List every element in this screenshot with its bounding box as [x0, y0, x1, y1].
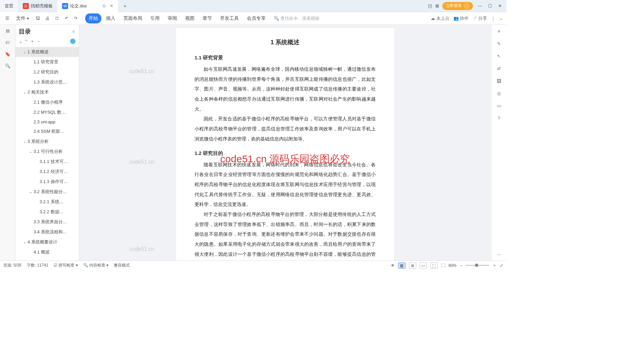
tab-document[interactable]: W 论文.doc ⧉ ✕ — [57, 0, 118, 12]
fit-icon[interactable]: ⛶ — [441, 263, 445, 268]
redo-icon[interactable]: ↷ — [72, 14, 79, 22]
ribbon-chapter[interactable]: 章节 — [199, 13, 215, 23]
image-icon[interactable]: 🖼 — [497, 78, 501, 83]
view-web-icon[interactable]: ▭ — [420, 263, 427, 269]
ribbon-reference[interactable]: 引用 — [147, 13, 163, 23]
print-icon[interactable]: 🖨 — [43, 14, 52, 22]
preview-icon[interactable]: 🗋 — [53, 14, 61, 22]
ribbon-insert[interactable]: 插入 — [103, 13, 119, 23]
outline-item[interactable]: 3.1.2 经济可… — [15, 167, 79, 177]
target-icon[interactable]: ◎ — [497, 91, 501, 96]
outline-item[interactable]: 3.2.1 系统… — [15, 197, 79, 207]
document-area[interactable]: code51.cn code51.cn code51.cn code51.cn … — [79, 25, 491, 261]
settings-icon[interactable]: ⇄ — [497, 66, 501, 71]
login-button[interactable]: 立即登录 — [442, 2, 473, 10]
reader-icon[interactable]: ▭ — [497, 103, 501, 108]
outline-item[interactable]: ⌄3.2 系统性能分… — [15, 187, 79, 197]
outline-item[interactable]: 3.1.3 操作可… — [15, 177, 79, 187]
add-heading-icon[interactable]: ＋ — [30, 38, 35, 44]
ribbon-devtools[interactable]: 开发工具 — [217, 13, 242, 23]
tab-close-icon[interactable]: ✕ — [110, 3, 113, 8]
share-button[interactable]: ↗ 分享 — [473, 15, 487, 21]
chevron-down-icon: ⌄ — [23, 239, 26, 244]
outline-settings-icon[interactable] — [70, 39, 75, 44]
cloud-status[interactable]: ☁ 未上云 — [431, 15, 449, 21]
file-menu[interactable]: 文件 ▾ — [13, 13, 32, 23]
outline-item[interactable]: 3.2.2 数据… — [15, 207, 79, 217]
outline-item-label: 2.1 微信小程序 — [34, 100, 63, 105]
outline-item[interactable]: 3.1.1 技术可… — [15, 157, 79, 167]
collapse-all-icon[interactable]: ⌄ — [19, 39, 22, 44]
status-right: 👁 ▦ ≣ ▭ ⬚ ⛶ 80% − ＋ ⤢ — [391, 263, 503, 269]
more-icon[interactable]: ⋮ — [491, 16, 495, 21]
outline-title: 目录 — [19, 27, 70, 36]
cursor-icon[interactable]: ↖ — [497, 54, 501, 59]
view-page-icon[interactable]: ▦ — [398, 263, 406, 269]
layout-toggle-icon[interactable]: ◫ — [428, 3, 432, 8]
status-compat[interactable]: 兼容模式 — [114, 263, 130, 268]
expand-all-icon[interactable]: ⌃ — [24, 39, 28, 44]
outline-item[interactable]: ⌄4 系统概要设计 — [15, 237, 79, 247]
fullscreen-icon[interactable]: ⤢ — [500, 263, 503, 268]
tab-home[interactable]: 首页 — [0, 0, 18, 12]
status-words[interactable]: 字数: 11741 — [27, 263, 48, 268]
outline-item[interactable]: 1.2 研究目的 — [15, 67, 79, 77]
tab-new[interactable]: ＋ — [118, 0, 132, 12]
bookmark-icon[interactable]: 🔖 — [5, 52, 10, 57]
ribbon-start[interactable]: 开始 — [85, 13, 101, 23]
status-contentcheck[interactable]: 🔍 内容检查 ▾ — [83, 263, 109, 268]
maximize-icon[interactable]: ☐ — [487, 2, 493, 10]
outline-item[interactable]: 2.1 微信小程序 — [15, 97, 79, 107]
zoom-level[interactable]: 80% — [448, 263, 457, 268]
undo-icon[interactable]: ↶ — [63, 14, 70, 22]
outline-item[interactable]: 2.2 MYSQL 数… — [15, 107, 79, 117]
outline-item[interactable]: ⌄2 相关技术 — [15, 87, 79, 97]
tag-icon[interactable]: 🏷 — [5, 40, 10, 45]
outline-item[interactable]: 4.2 系统结构 — [15, 257, 79, 258]
outline-close-icon[interactable]: ✕ — [72, 29, 75, 34]
outline-item[interactable]: 2.4 SSM 框架… — [15, 126, 79, 136]
menu-icon[interactable]: ☰ — [3, 14, 11, 22]
outline-item-label: 3.1 可行性分析 — [34, 149, 63, 154]
command-search[interactable]: 🔍 查找命令、搜索模板 — [274, 15, 320, 21]
pencil-icon[interactable]: ✎ — [497, 41, 501, 46]
more-tools-icon[interactable]: ⋯ — [497, 252, 501, 257]
status-spellcheck[interactable]: ☑ 拼写检查 ▾ — [54, 263, 78, 268]
docer-icon: D — [23, 3, 29, 9]
outline-item[interactable]: 4.1 概述 — [15, 247, 79, 257]
tab-templates[interactable]: D 找稻壳模板 — [18, 0, 57, 12]
zoom-in-icon[interactable]: ＋ — [492, 263, 496, 268]
coop-button[interactable]: 👥 协作 — [453, 15, 469, 21]
ribbon-pagelayout[interactable]: 页面布局 — [120, 13, 146, 23]
ribbon-review[interactable]: 审阅 — [164, 13, 180, 23]
zoom-slider[interactable] — [466, 265, 489, 266]
collapse-ribbon-icon[interactable]: ⌄ — [499, 16, 503, 21]
outline-item[interactable]: 1.3 系统设计思… — [15, 77, 79, 87]
ribbon-view[interactable]: 视图 — [182, 13, 198, 23]
document-page: 1 系统概述 1.1 研究背景 如今互联网高速发展，网络遍布全球，国内移动信息领… — [176, 28, 394, 261]
separator — [82, 15, 83, 22]
outline-item[interactable]: 1.1 研究背景 — [15, 57, 79, 67]
detach-icon[interactable]: ⧉ — [103, 3, 106, 9]
view-outline-icon[interactable]: ≣ — [409, 263, 416, 269]
minimize-icon[interactable]: — — [476, 2, 483, 10]
help-icon[interactable]: ? — [498, 116, 500, 121]
status-page[interactable]: 页面: 5/35 — [3, 263, 21, 268]
zoom-out-icon[interactable]: − — [460, 263, 462, 268]
outline-item[interactable]: ⌄3.1 可行性分析 — [15, 147, 79, 157]
close-window-icon[interactable]: ✕ — [497, 2, 503, 10]
outline-item[interactable]: ⌄3 系统分析 — [15, 136, 79, 147]
scroll-top-icon[interactable]: ≡ — [498, 29, 500, 34]
remove-heading-icon[interactable]: － — [37, 38, 41, 44]
eye-mode-icon[interactable]: 👁 — [391, 263, 395, 268]
view-read-icon[interactable]: ⬚ — [430, 263, 438, 269]
apps-icon[interactable]: ⊞ — [435, 3, 439, 8]
outline-item[interactable]: 2.3 uni-app — [15, 117, 79, 126]
outline-item[interactable]: ⌄1 系统概述 — [15, 47, 79, 57]
outline-item[interactable]: 3.3 系统界面分… — [15, 217, 79, 227]
outline-icon[interactable]: ▤ — [6, 28, 10, 33]
search-icon[interactable]: 🔍 — [5, 63, 10, 68]
outline-item[interactable]: 3.4 系统流程和… — [15, 227, 79, 237]
ribbon-member[interactable]: 会员专享 — [244, 13, 269, 23]
save-icon[interactable]: 🖫 — [34, 14, 42, 22]
